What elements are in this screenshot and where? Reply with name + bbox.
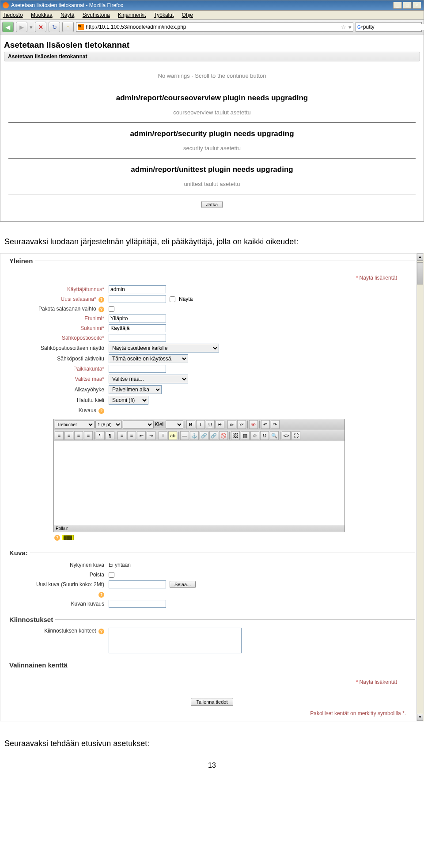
fullscreen-button[interactable]: ⛶ — [292, 431, 300, 440]
google-icon: G — [357, 24, 361, 30]
undo-button[interactable]: ↶ — [261, 420, 270, 429]
show-extra-fields-link-2[interactable]: Näytä lisäkentät — [360, 679, 397, 685]
required-fields-note: Pakolliset kentät on merkitty symbolilla… — [0, 708, 424, 721]
ordered-list-button[interactable]: ≡ — [117, 431, 126, 440]
scroll-up-icon[interactable]: ▲ — [417, 254, 423, 261]
image-button[interactable]: 🖼 — [231, 431, 240, 440]
close-button[interactable]: × — [413, 2, 421, 9]
unordered-list-button[interactable]: ≡ — [127, 431, 136, 440]
hr-button[interactable]: ― — [180, 431, 189, 440]
emaildisplay-select[interactable]: Näytä osoitteeni kaikille — [109, 344, 219, 353]
menu-help[interactable]: Ohje — [182, 12, 193, 18]
align-right-button[interactable]: ≡ — [74, 431, 83, 440]
reload-button[interactable]: ↻ — [49, 22, 60, 32]
rtl-button[interactable]: ¶ — [106, 431, 114, 440]
style-select[interactable] — [123, 421, 154, 428]
continue-button[interactable]: Jatka — [201, 201, 223, 208]
emailactive-select[interactable]: Tämä osoite on käytössä. — [109, 354, 188, 363]
forward-button[interactable]: ▶ — [16, 22, 27, 32]
label-description: Kuvaus ? — [18, 407, 109, 414]
bookmark-star-icon[interactable]: ☆ — [339, 24, 348, 30]
username-input[interactable] — [109, 285, 166, 293]
menu-tools[interactable]: Työkalut — [154, 12, 174, 18]
home-button[interactable]: ⌂ — [62, 22, 74, 32]
smiley-button[interactable]: ☺ — [250, 431, 259, 440]
editor-lang-select[interactable] — [166, 421, 183, 428]
new-image-input[interactable] — [109, 580, 166, 588]
search-button[interactable]: 🔍 — [270, 431, 279, 440]
page-subtitle: Asetetaan lisäosien tietokannat — [4, 52, 420, 61]
show-password-checkbox[interactable] — [170, 296, 175, 302]
help-icon[interactable]: ? — [98, 629, 104, 634]
align-center-button[interactable]: ≡ — [64, 431, 73, 440]
italic-button[interactable]: I — [196, 420, 205, 429]
maximize-button[interactable]: □ — [403, 2, 412, 9]
text-color-button[interactable]: T — [159, 431, 167, 440]
vertical-scrollbar[interactable]: ▲ ▼ — [416, 254, 424, 721]
menu-edit[interactable]: Muokkaa — [31, 12, 53, 18]
superscript-button[interactable]: x² — [237, 420, 246, 429]
menu-history[interactable]: Sivuhistoria — [83, 12, 110, 18]
indent-button[interactable]: ⇥ — [147, 431, 155, 440]
outdent-button[interactable]: ⇤ — [137, 431, 146, 440]
email-input[interactable] — [109, 334, 166, 342]
city-input[interactable] — [109, 365, 166, 373]
menu-view[interactable]: Näytä — [61, 12, 74, 18]
ltr-button[interactable]: ¶ — [96, 431, 105, 440]
scroll-down-icon[interactable]: ▼ — [417, 714, 423, 721]
legend-optional: Valinnainen kenttä — [9, 661, 70, 669]
source-button[interactable]: <> — [282, 431, 291, 440]
interests-textarea[interactable] — [109, 628, 242, 653]
stop-button[interactable]: ✕ — [35, 22, 46, 32]
url-bar[interactable]: m ☆ ▾ — [76, 22, 353, 32]
help-icon[interactable]: ? — [98, 592, 104, 598]
lastname-input[interactable] — [109, 324, 166, 332]
scroll-thumb[interactable] — [417, 262, 423, 284]
country-select[interactable]: Valitse maa... — [109, 375, 188, 383]
label-lastname: Sukunimi* — [18, 325, 109, 331]
align-justify-button[interactable]: ≡ — [84, 431, 93, 440]
minimize-button[interactable]: _ — [393, 2, 402, 9]
timezone-select[interactable]: Palvelimen aika — [109, 385, 162, 394]
label-emaildisplay: Sähköpostiosoitteen näyttö — [18, 345, 109, 351]
image-desc-input[interactable] — [109, 600, 166, 608]
save-button[interactable]: Tallenna tiedot — [191, 698, 234, 706]
underline-button[interactable]: U — [206, 420, 215, 429]
help-icon[interactable]: ? — [98, 408, 104, 414]
anchor-button[interactable]: ⚓ — [190, 431, 199, 440]
font-select[interactable]: Trebuchet — [55, 421, 95, 428]
menu-file[interactable]: Tiedosto — [3, 12, 23, 18]
show-extra-fields-link[interactable]: Näytä lisäkentät — [360, 275, 397, 281]
window-titlebar: Asetetaan lisäosien tietokannat - Mozill… — [0, 0, 424, 11]
align-left-button[interactable]: ≡ — [55, 431, 64, 440]
redo-button[interactable]: ↷ — [271, 420, 280, 429]
help-icon[interactable]: ? — [98, 297, 104, 303]
lang-select[interactable]: Suomi (fi) — [109, 396, 148, 405]
firstname-input[interactable] — [109, 315, 166, 322]
back-button[interactable]: ◀ — [2, 22, 14, 32]
browse-button[interactable]: Selaa... — [170, 581, 196, 588]
strike-button[interactable]: S — [216, 420, 224, 429]
nolink-button[interactable]: 🚫 — [219, 431, 228, 440]
search-input[interactable] — [363, 24, 424, 30]
size-select[interactable]: 1 (8 pt) — [95, 421, 122, 428]
menu-bookmarks[interactable]: Kirjanmerkit — [118, 12, 146, 18]
bold-button[interactable]: B — [186, 420, 195, 429]
link-button[interactable]: 🔗 — [200, 431, 208, 440]
clean-button[interactable]: 👁 — [249, 420, 258, 429]
char-button[interactable]: Ω — [260, 431, 269, 440]
editor-textarea[interactable] — [53, 441, 345, 525]
subscript-button[interactable]: x₂ — [227, 420, 236, 429]
search-bar[interactable]: G ▾ 🔍 — [356, 22, 422, 32]
label-emailactive: Sähköposti aktivoitu — [18, 356, 109, 362]
bg-color-button[interactable]: ab — [168, 431, 177, 440]
label-delete-image: Poista — [18, 572, 109, 578]
help-icon[interactable]: ? — [98, 307, 104, 312]
table-button[interactable]: ▦ — [241, 431, 250, 440]
url-input[interactable] — [86, 24, 339, 30]
unlink-button[interactable]: 🔗 — [209, 431, 218, 440]
new-password-input[interactable] — [109, 295, 166, 303]
force-password-checkbox[interactable] — [109, 306, 114, 312]
delete-image-checkbox[interactable] — [109, 572, 114, 578]
help-icon[interactable]: ? — [54, 535, 60, 541]
